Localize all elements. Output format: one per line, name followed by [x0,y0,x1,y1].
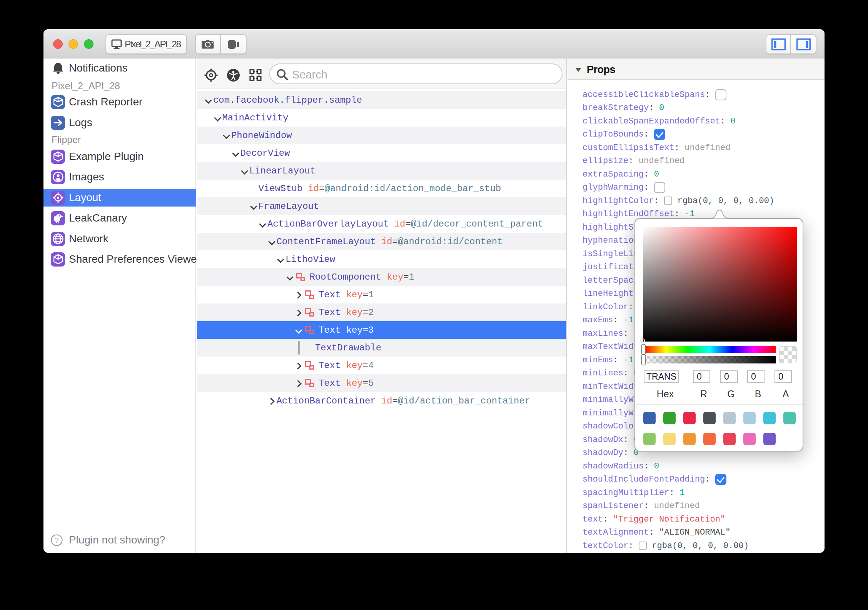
svg-text:?: ? [55,536,58,544]
